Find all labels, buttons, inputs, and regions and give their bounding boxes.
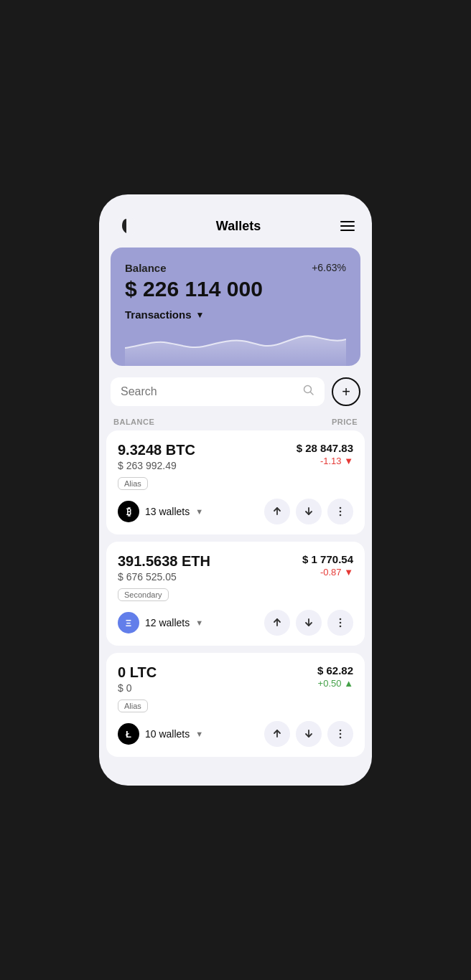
coin-change-eth: -0.87 ▼ [302, 567, 353, 578]
app-logo [116, 216, 136, 236]
coin-name-eth: 391.5638 ETH [118, 553, 210, 570]
svg-point-16 [340, 733, 342, 735]
eth-more-button[interactable] [327, 610, 353, 636]
balance-label: Balance [125, 262, 167, 274]
search-icon [303, 385, 314, 399]
search-row: + [99, 366, 372, 412]
coin-usd-eth: $ 676 525.05 [118, 571, 210, 583]
ltc-wallets-chevron-icon: ▼ [195, 730, 203, 738]
ltc-wallet-count: 10 wallets [145, 728, 190, 740]
svg-point-7 [340, 514, 342, 517]
coin-badge-btc: Alias [118, 477, 148, 490]
coins-list: 9.3248 BTC $ 263 992.49 Alias $ 28 847.8… [99, 430, 372, 764]
eth-icon: Ξ [118, 612, 139, 633]
svg-line-2 [311, 392, 314, 395]
coin-price-eth: $ 1 770.54 [302, 553, 353, 565]
transactions-label: Transactions [125, 308, 192, 321]
coin-badge-ltc: Alias [118, 699, 148, 712]
btc-icon: ₿ [118, 501, 139, 522]
search-input[interactable] [121, 385, 297, 398]
menu-button[interactable] [340, 221, 355, 231]
svg-point-17 [340, 737, 342, 739]
coin-badge-eth: Secondary [118, 588, 169, 601]
balance-chart [125, 326, 346, 366]
search-box [111, 377, 325, 406]
btc-send-button[interactable] [264, 499, 290, 524]
svg-point-12 [340, 626, 342, 628]
svg-point-10 [340, 618, 342, 621]
eth-actions [264, 610, 353, 636]
ltc-actions [264, 721, 353, 747]
btc-actions [264, 499, 353, 524]
btc-receive-button[interactable] [296, 499, 322, 524]
eth-wallets-chevron-icon: ▼ [195, 618, 203, 627]
svg-point-6 [340, 511, 342, 513]
coin-card-eth: 391.5638 ETH $ 676 525.05 Secondary $ 1 … [106, 542, 365, 646]
transactions-chevron-icon: ▼ [196, 310, 205, 320]
coin-wallets-ltc[interactable]: Ł 10 wallets ▼ [118, 723, 203, 745]
svg-point-11 [340, 622, 342, 624]
coin-usd-btc: $ 263 992.49 [118, 460, 195, 471]
ltc-send-button[interactable] [264, 721, 290, 747]
balance-card: Balance +6.63% $ 226 114 000 Transaction… [111, 248, 360, 366]
phone-container: Wallets Balance +6.63% $ 226 114 000 Tra… [99, 194, 372, 786]
balance-percent: +6.63% [312, 262, 346, 273]
add-wallet-button[interactable]: + [332, 377, 360, 406]
price-column-header: PRICE [332, 418, 358, 426]
coin-name-btc: 9.3248 BTC [118, 442, 195, 458]
coin-card-btc: 9.3248 BTC $ 263 992.49 Alias $ 28 847.8… [106, 430, 365, 534]
coin-card-ltc: 0 LTC $ 0 Alias $ 62.82 +0.50 ▲ Ł 10 wal… [106, 653, 365, 757]
btc-wallet-count: 13 wallets [145, 506, 190, 517]
column-headers: BALANCE PRICE [99, 412, 372, 430]
btc-wallets-chevron-icon: ▼ [195, 507, 203, 516]
coin-price-btc: $ 28 847.83 [297, 442, 353, 454]
coin-wallets-btc[interactable]: ₿ 13 wallets ▼ [118, 501, 203, 522]
balance-amount: $ 226 114 000 [125, 277, 346, 301]
eth-send-button[interactable] [264, 610, 290, 636]
ltc-more-button[interactable] [327, 721, 353, 747]
coin-name-ltc: 0 LTC [118, 664, 157, 681]
svg-point-5 [340, 507, 342, 509]
transactions-button[interactable]: Transactions ▼ [125, 308, 346, 321]
coin-usd-ltc: $ 0 [118, 682, 157, 694]
header: Wallets [99, 209, 372, 248]
eth-receive-button[interactable] [296, 610, 322, 636]
ltc-receive-button[interactable] [296, 721, 322, 747]
coin-price-ltc: $ 62.82 [317, 664, 353, 677]
coin-wallets-eth[interactable]: Ξ 12 wallets ▼ [118, 612, 203, 633]
coin-change-btc: -1.13 ▼ [297, 456, 353, 466]
eth-wallet-count: 12 wallets [145, 617, 190, 628]
ltc-icon: Ł [118, 723, 139, 745]
page-title: Wallets [216, 219, 261, 234]
btc-more-button[interactable] [327, 499, 353, 524]
balance-column-header: BALANCE [113, 418, 154, 426]
svg-point-15 [340, 730, 342, 732]
coin-change-ltc: +0.50 ▲ [317, 678, 353, 689]
